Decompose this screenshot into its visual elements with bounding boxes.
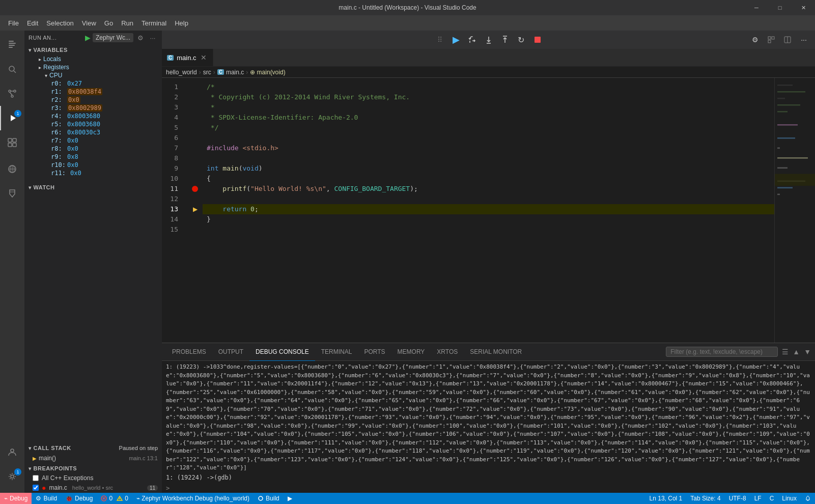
activity-settings[interactable]: 1 <box>0 464 24 489</box>
panel-tab-problems[interactable]: PROBLEMS <box>166 343 212 361</box>
panel-tab-ports[interactable]: PORTS <box>358 343 391 361</box>
activity-remote[interactable] <box>0 157 24 181</box>
status-errors[interactable]: 0 0 <box>97 493 132 504</box>
menu-edit[interactable]: Edit <box>23 17 42 29</box>
maximize-button[interactable]: □ <box>768 0 792 15</box>
bp-all-cpp-checkbox[interactable] <box>33 475 39 481</box>
console-input[interactable] <box>172 485 811 492</box>
console-up-button[interactable]: ▲ <box>793 348 800 356</box>
status-notifications[interactable] <box>801 493 815 504</box>
status-build2[interactable]: Build <box>254 493 284 504</box>
debug-gear-button[interactable]: ⚙ <box>135 33 146 43</box>
register-r11: r11: 0x0 <box>24 169 162 177</box>
menu-file[interactable]: File <box>4 17 23 29</box>
menu-go[interactable]: Go <box>100 17 117 29</box>
activity-extensions[interactable] <box>0 130 24 155</box>
bp-main-c-checkbox[interactable] <box>33 485 39 491</box>
svg-rect-47 <box>775 174 815 186</box>
status-debug[interactable]: 🐞 Debug <box>61 493 97 504</box>
line-num-4: 4 <box>162 113 182 123</box>
debug-play-button[interactable]: ▶ <box>85 34 91 42</box>
breakpoint-all-cpp[interactable]: All C++ Exceptions <box>24 473 162 483</box>
status-tab-size-label: Tab Size: 4 <box>690 495 720 502</box>
console-prompt: > <box>166 485 170 492</box>
activity-accounts[interactable] <box>0 440 24 464</box>
gutter-13-current: ▶ <box>193 204 198 214</box>
panel-tab-terminal[interactable]: TERMINAL <box>315 343 358 361</box>
menu-run[interactable]: Run <box>117 17 137 29</box>
menu-view[interactable]: View <box>78 17 100 29</box>
status-tab-size[interactable]: Tab Size: 4 <box>686 493 724 504</box>
bottom-panel: PROBLEMS OUTPUT DEBUG CONSOLE TERMINAL P… <box>162 343 815 493</box>
activity-scm[interactable] <box>0 81 24 106</box>
breadcrumb-main-c[interactable]: main.c <box>226 69 244 76</box>
registers-item[interactable]: ▸ Registers <box>24 63 162 71</box>
tab-bar: C main.c ✕ <box>162 49 815 67</box>
activity-test[interactable] <box>0 181 24 206</box>
debug-config-name[interactable]: Zephyr Wc... <box>93 33 133 42</box>
console-filter-input[interactable] <box>666 347 778 357</box>
debug-more-button[interactable]: ··· <box>148 33 158 43</box>
status-workspace[interactable]: ⌁ Zephyr Workbench Debug (hello_world) <box>132 493 254 504</box>
debug-more-button[interactable]: ··· <box>797 33 811 47</box>
menu-help[interactable]: Help <box>171 17 192 29</box>
debug-settings-button[interactable]: ⚙ <box>748 33 762 47</box>
locals-item[interactable]: ▸ Locals <box>24 55 162 63</box>
variables-section-header[interactable]: ▾ VARIABLES <box>24 45 162 55</box>
debug-layout-button[interactable] <box>764 33 778 47</box>
menu-selection[interactable]: Selection <box>42 17 77 29</box>
console-output[interactable]: 1: (19223) ->1033^done,register-values=[… <box>162 361 815 484</box>
minimize-button[interactable]: ─ <box>745 0 768 15</box>
debug-step-out-button[interactable] <box>498 33 512 47</box>
status-eol[interactable]: LF <box>750 493 766 504</box>
debug-continue-button[interactable]: ▶ <box>449 33 463 47</box>
callstack-chevron: ▾ <box>29 445 32 451</box>
console-down-button[interactable]: ▼ <box>804 348 811 356</box>
tab-main-c[interactable]: C main.c ✕ <box>162 48 213 66</box>
status-play[interactable]: ▶ <box>284 493 296 504</box>
panel-tab-serial-monitor[interactable]: SERIAL MONITOR <box>464 343 528 361</box>
menu-terminal[interactable]: Terminal <box>137 17 171 29</box>
panel-tab-debug-console[interactable]: DEBUG CONSOLE <box>249 343 315 361</box>
code-content[interactable]: /* * Copyright (c) 2012-2014 Wind River … <box>203 78 774 343</box>
svg-rect-40 <box>777 111 788 113</box>
svg-rect-1 <box>9 43 16 44</box>
status-os[interactable]: Linux <box>778 493 801 504</box>
close-button[interactable]: ✕ <box>792 0 815 15</box>
callstack-frame-main[interactable]: ▶ main() main.c 13:1 <box>24 453 162 463</box>
callstack-section-header[interactable]: ▾ CALL STACK Paused on step <box>24 443 162 453</box>
debug-step-over-button[interactable] <box>465 33 480 47</box>
activity-debug[interactable]: 1 <box>0 106 24 130</box>
status-lang[interactable]: C <box>766 493 778 504</box>
debug-split-button[interactable] <box>780 33 795 47</box>
breadcrumb-main-fn[interactable]: ⊕ main(void) <box>250 69 285 76</box>
breadcrumb-hello-world[interactable]: hello_world <box>166 69 197 76</box>
tab-close-button[interactable]: ✕ <box>200 53 208 62</box>
breakpoints-section-header[interactable]: ▾ BREAKPOINTS <box>24 463 162 473</box>
register-r2: r2: 0x0 <box>24 96 162 104</box>
activity-explorer[interactable] <box>0 33 24 57</box>
status-encoding-label: UTF-8 <box>729 495 746 502</box>
console-list-button[interactable]: ☰ <box>782 348 789 356</box>
debug-toolbar: ⠿ ▶ ↻ ⚙ ··· <box>162 31 815 49</box>
register-r6: r6: 0x80030c3 <box>24 128 162 136</box>
watch-section-header[interactable]: ▾ WATCH <box>24 177 162 198</box>
breadcrumb-src[interactable]: src <box>203 69 211 76</box>
status-remote[interactable]: ⌁ Debug <box>0 493 32 504</box>
debug-draghandle[interactable]: ⠿ <box>433 33 447 47</box>
panel-tab-xrtos[interactable]: XRTOS <box>431 343 464 361</box>
panel-tab-memory[interactable]: MEMORY <box>391 343 431 361</box>
activity-search[interactable] <box>0 57 24 81</box>
debug-stop-button[interactable] <box>530 33 545 47</box>
cpu-item[interactable]: ▾ CPU <box>24 71 162 79</box>
code-line-5: */ <box>203 123 774 133</box>
debug-restart-button[interactable]: ↻ <box>514 33 528 47</box>
breakpoint-main-c[interactable]: ● main.c hello_world • src 11 <box>24 483 162 493</box>
register-r8: r8: 0x0 <box>24 145 162 153</box>
panel-tab-output[interactable]: OUTPUT <box>212 343 249 361</box>
status-position[interactable]: Ln 13, Col 1 <box>645 493 687 504</box>
status-build[interactable]: ⚙ Build <box>32 493 61 504</box>
status-encoding[interactable]: UTF-8 <box>725 493 750 504</box>
breakpoint-circle-11 <box>192 186 198 192</box>
debug-step-into-button[interactable] <box>482 33 496 47</box>
